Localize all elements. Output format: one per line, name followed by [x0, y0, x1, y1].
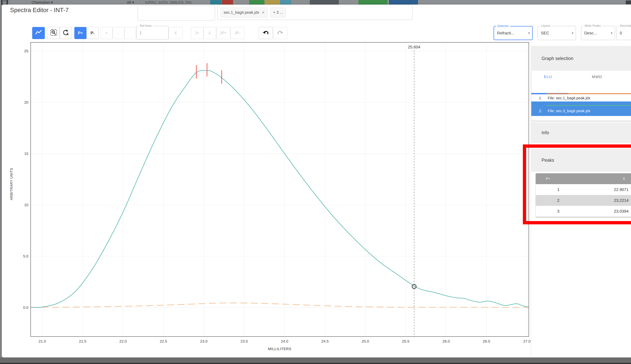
peak-x-value: 22.9071: [614, 187, 628, 192]
x-tick-label: 23.0: [200, 339, 207, 343]
peak-x-value: 23.2214: [614, 198, 628, 203]
peaks-title: Peaks: [542, 158, 554, 163]
x-tick-label: 24.0: [281, 339, 288, 343]
series-color-line: [546, 105, 631, 106]
peak-x-value: 23.0394: [614, 209, 628, 214]
tab-elu[interactable]: ELU: [544, 74, 552, 79]
select-write-peaks[interactable]: Write PeaksDesc...▾: [581, 26, 615, 40]
y-tick-label: 25: [24, 49, 28, 53]
chevron-down-icon: ▾: [572, 31, 573, 35]
info-header[interactable]: Info: [531, 122, 631, 143]
spectrum-chart[interactable]: 25.60421.021.522.022.523.023.524.024.525…: [0, 0, 536, 360]
select-value: SEC: [541, 31, 549, 36]
graph-selection-header[interactable]: Graph selection: [531, 46, 631, 71]
select-label: Decimal: [619, 24, 631, 28]
y-tick-label: 15: [24, 152, 28, 156]
file-label: File: sec.3_bagit.peak.jdx: [548, 109, 590, 113]
chevron-down-icon: ▾: [611, 31, 612, 35]
select-label: Layout: [540, 24, 551, 28]
file-label: File: sec.1_bagit.peak.jdx: [548, 96, 590, 100]
peak-row[interactable]: 223.22142.24e+1×: [536, 195, 631, 206]
sidebar-divider: [531, 44, 531, 357]
y-tick-label: 20: [24, 100, 28, 104]
x-tick-label: 21.0: [39, 339, 46, 343]
select-label: Write Peaks: [583, 24, 602, 28]
peak-row[interactable]: 122.90712.29e+1×: [536, 184, 631, 195]
select-decimal[interactable]: Decimal0▾: [616, 26, 631, 40]
graph-file-item[interactable]: 2.File: sec.3_bagit.peak.jdx: [531, 102, 631, 116]
peaks-table: P+XY-122.90712.29e+1×223.22142.24e+1×323…: [536, 173, 631, 217]
grid-menu-icon[interactable]: [626, 0, 631, 4]
x-tick-label: 21.5: [79, 339, 86, 343]
y-axis-title: ARBITRARY UNITS: [10, 168, 13, 200]
select-value: Desc...: [584, 31, 597, 36]
info-title: Info: [542, 130, 549, 135]
series-selected: [31, 70, 528, 308]
plot-frame: [31, 42, 529, 336]
x-tick-label: 22.0: [119, 339, 127, 343]
file-index: 1.: [539, 96, 542, 100]
graph-selection-title: Graph selection: [542, 56, 573, 61]
peak-index: 1: [557, 187, 559, 192]
graph-file-item[interactable]: 1.File: sec.1_bagit.peak.jdx: [531, 93, 631, 102]
x-tick-label: 22.5: [160, 339, 167, 343]
series-reference: [31, 303, 528, 308]
y-tick-label: 10: [24, 203, 28, 207]
spectra-editor-app: Chemotion ▾ All ▾ IUPAC, InChI, SMILES, …: [0, 0, 631, 364]
col-x: X: [623, 177, 625, 181]
x-tick-label: 24.5: [321, 339, 329, 343]
x-tick-label: 25.5: [402, 339, 409, 343]
file-index: 2.: [539, 109, 542, 113]
peak-row[interactable]: 323.03942.31e+1×: [536, 206, 631, 217]
x-tick-label: 26.5: [483, 339, 490, 343]
peak-index: 2: [557, 198, 559, 203]
x-axis-title: MILLILITERS: [268, 347, 291, 351]
peak-index: 3: [557, 209, 559, 214]
x-tick-label: 26.0: [443, 339, 450, 343]
select-layout[interactable]: LayoutSEC▾: [538, 26, 576, 40]
series-color-line: [546, 93, 631, 94]
tab-mwd[interactable]: MWD: [592, 74, 602, 79]
page-bottom-edge: [0, 363, 631, 364]
y-tick-label: 0.0: [23, 306, 28, 310]
y-tick-label: 5.0: [23, 254, 28, 258]
x-tick-label: 25.0: [362, 339, 369, 343]
x-tick-label: 27.0: [523, 339, 531, 343]
peaks-header[interactable]: Peaks: [531, 149, 631, 172]
col-p-plus: P+: [546, 177, 550, 181]
peaks-table-header: P+XY-: [536, 173, 631, 184]
x-tick-label: 23.5: [241, 339, 248, 343]
cursor-label: 25.604: [408, 45, 420, 49]
chart-svg[interactable]: 25.60421.021.522.022.523.023.524.024.525…: [0, 0, 536, 359]
select-value: 0: [620, 31, 622, 36]
